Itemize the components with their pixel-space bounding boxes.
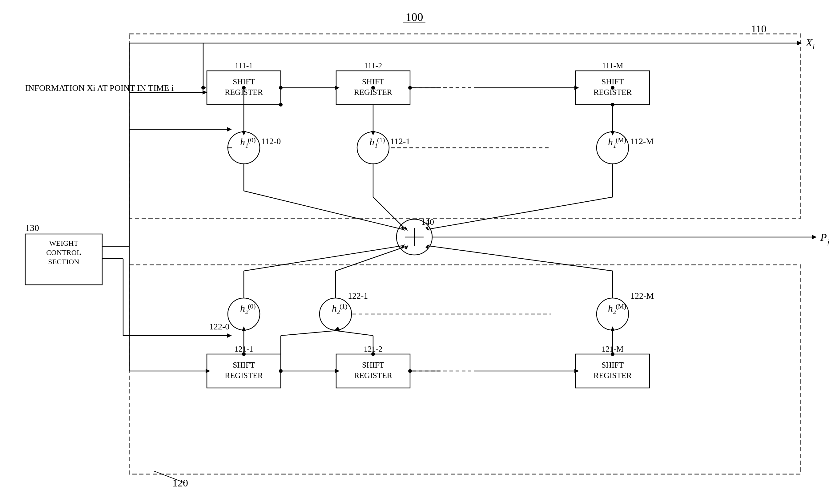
- svg-text:SHIFT: SHIFT: [602, 361, 624, 369]
- svg-line-75: [427, 246, 613, 271]
- svg-point-14: [279, 86, 283, 89]
- label-122-M: 122-M: [630, 291, 654, 300]
- svg-point-37: [371, 86, 375, 89]
- svg-text:(1): (1): [339, 302, 348, 310]
- svg-point-102: [611, 352, 614, 356]
- label-111-2: 111-2: [364, 61, 382, 70]
- svg-point-16: [408, 86, 412, 89]
- svg-point-34: [279, 103, 283, 107]
- svg-text:SHIFT: SHIFT: [233, 77, 255, 86]
- svg-line-47: [244, 191, 403, 229]
- svg-text:SHIFT: SHIFT: [362, 361, 384, 369]
- svg-point-86: [279, 369, 283, 373]
- svg-text:REGISTER: REGISTER: [354, 371, 393, 380]
- svg-line-118: [154, 471, 185, 483]
- svg-text:SHIFT: SHIFT: [602, 77, 624, 86]
- svg-point-88: [408, 369, 412, 373]
- svg-point-99: [371, 352, 375, 356]
- svg-line-95: [281, 331, 335, 335]
- info-label: INFORMATION Xi AT POINT IN TIME i: [25, 83, 174, 93]
- svg-text:(1): (1): [377, 136, 385, 144]
- diagram-container: 100 110 X i INFORMATION Xi AT POINT IN T…: [0, 0, 829, 504]
- svg-point-93: [242, 352, 246, 356]
- svg-line-50: [373, 197, 406, 229]
- diagram-title: 100: [406, 10, 423, 24]
- svg-text:WEIGHT: WEIGHT: [49, 239, 78, 247]
- svg-marker-56: [812, 235, 817, 239]
- svg-marker-116: [227, 333, 232, 338]
- label-130: 130: [25, 223, 39, 233]
- svg-text:CONTROL: CONTROL: [46, 248, 81, 256]
- svg-text:(M): (M): [616, 136, 626, 144]
- svg-text:REGISTER: REGISTER: [593, 371, 632, 380]
- svg-text:j: j: [827, 238, 829, 245]
- label-122-0: 122-0: [209, 322, 229, 331]
- xi-label: X: [805, 37, 813, 48]
- svg-text:h: h: [240, 303, 245, 314]
- label-112-M: 112-M: [630, 136, 653, 146]
- label-112-0: 112-0: [261, 136, 281, 146]
- svg-text:h: h: [369, 136, 374, 147]
- label-140: 140: [421, 217, 434, 227]
- pj-label: P: [820, 231, 827, 243]
- svg-point-43: [242, 86, 246, 89]
- svg-marker-112: [227, 127, 232, 132]
- label-111-1: 111-1: [235, 61, 253, 70]
- svg-text:(0): (0): [248, 136, 256, 144]
- svg-text:SHIFT: SHIFT: [233, 361, 255, 369]
- svg-text:(M): (M): [616, 302, 626, 310]
- label-122-1: 122-1: [348, 291, 368, 300]
- section-110-box: [129, 34, 800, 219]
- section-110-label: 110: [751, 23, 766, 34]
- svg-text:REGISTER: REGISTER: [225, 371, 263, 380]
- svg-text:h: h: [240, 136, 245, 147]
- svg-text:SHIFT: SHIFT: [362, 77, 384, 86]
- svg-line-69: [244, 246, 403, 271]
- svg-text:SECTION: SECTION: [48, 258, 79, 266]
- svg-text:(0): (0): [248, 302, 256, 310]
- label-111-M: 111-M: [602, 61, 623, 70]
- label-112-1: 112-1: [390, 136, 410, 146]
- svg-line-53: [427, 197, 613, 229]
- svg-marker-2: [797, 41, 802, 45]
- svg-point-41: [611, 86, 614, 89]
- svg-text:h: h: [608, 303, 613, 314]
- svg-text:h: h: [332, 303, 337, 314]
- svg-text:h: h: [608, 136, 613, 147]
- xi-subscript: i: [813, 42, 815, 50]
- svg-line-72: [335, 246, 406, 271]
- svg-line-97: [335, 331, 373, 335]
